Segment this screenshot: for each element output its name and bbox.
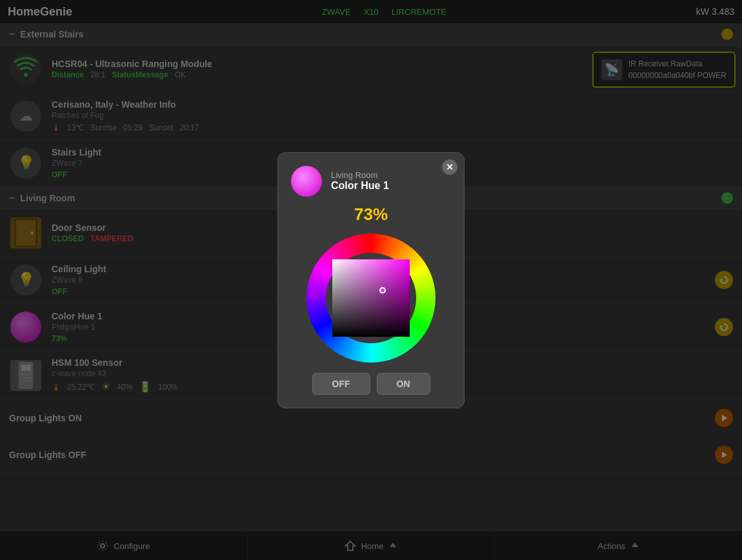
modal-room-name: Living Room	[331, 170, 389, 180]
color-wheel-handle[interactable]	[310, 290, 319, 299]
modal-close-button[interactable]: ✕	[442, 159, 457, 175]
modal-bulb-icon	[291, 166, 322, 197]
modal-title-area: Living Room Color Hue 1	[331, 170, 389, 192]
color-gradient-box[interactable]	[332, 259, 410, 337]
modal-percentage: 73%	[291, 205, 451, 225]
gradient-selector-dot[interactable]	[379, 287, 386, 294]
modal-overlay: ✕ Living Room Color Hue 1 73%	[0, 0, 742, 560]
color-hue-modal: ✕ Living Room Color Hue 1 73%	[277, 152, 465, 408]
off-button[interactable]: OFF	[312, 373, 370, 395]
modal-buttons: OFF ON	[291, 373, 451, 395]
modal-header: Living Room Color Hue 1	[291, 166, 451, 197]
color-wheel-inner	[326, 253, 416, 343]
color-wheel[interactable]	[306, 234, 436, 363]
color-wheel-container[interactable]	[291, 234, 451, 363]
on-button[interactable]: ON	[377, 373, 430, 395]
modal-device-name: Color Hue 1	[331, 180, 389, 192]
